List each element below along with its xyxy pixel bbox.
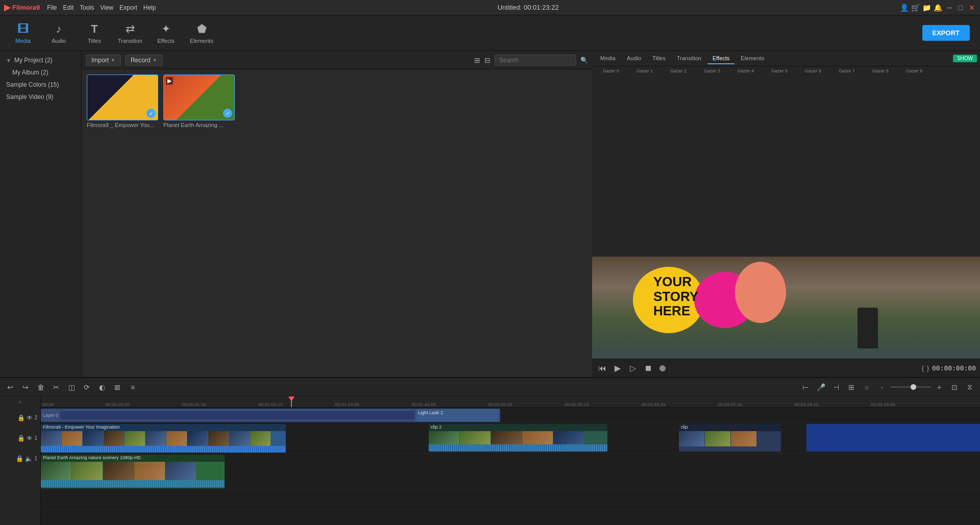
overlay-clip-label: Layer 0 [43, 413, 58, 418]
playhead[interactable] [291, 396, 292, 407]
delete-button[interactable]: 🗑 [35, 381, 47, 393]
trim-button[interactable]: ◫ [65, 381, 78, 393]
export-button[interactable]: EXPORT [922, 25, 970, 41]
timeline-content: + 🔒 👁 2 🔒 👁 1 🔒 🔈 1 [0, 396, 980, 525]
mic-button[interactable]: 🎤 [815, 381, 827, 393]
toolbar-effects[interactable]: ✦ Effects [148, 18, 184, 48]
video-clip-1[interactable]: Filmora9 - Empower Your Imagination [41, 424, 286, 453]
tab-transition[interactable]: Transition [672, 53, 706, 64]
ct3-3 [731, 431, 756, 446]
timeline-area: ↩ ↪ 🗑 ✂ ◫ ⟳ ◐ ⊠ ≡ ⊢ 🎤 ⊣ ⊞ ○ - + ⊡ ⧖ + [0, 377, 980, 525]
minimize-button[interactable]: ─ [945, 4, 953, 12]
sidebar-item-my-project[interactable]: ▼ My Project (2) [0, 54, 81, 66]
search-input[interactable] [495, 55, 576, 66]
video-clip-2[interactable]: clip 2 [429, 424, 607, 452]
video-clip-3[interactable]: clip [679, 424, 781, 452]
toolbar-titles[interactable]: T Titles [77, 18, 112, 48]
close-button[interactable]: ✕ [968, 4, 976, 12]
tab-effects[interactable]: Effects [707, 53, 734, 64]
more-button[interactable]: ≡ [127, 381, 139, 393]
toolbar-elements[interactable]: ⬟ Elements [184, 18, 219, 48]
video-clip-4[interactable] [806, 424, 980, 452]
thumb-3 [83, 431, 103, 446]
crop-button[interactable]: ⊠ [111, 381, 124, 393]
toolbar-media[interactable]: 🎞 Media [5, 18, 41, 48]
add-marker-button[interactable]: ⧖ [964, 381, 976, 393]
maximize-button[interactable]: □ [957, 4, 965, 12]
import-button[interactable]: Import ▼ [86, 55, 121, 66]
track1-lock-icon[interactable]: 🔒 [17, 435, 25, 442]
stop-button[interactable]: ⏹ [642, 362, 654, 374]
right-panel: Media Audio Titles Transition Effects El… [592, 51, 980, 377]
toolbar-transition[interactable]: ⇄ Transition [112, 18, 148, 48]
snap-icon-right[interactable]: } [927, 365, 929, 372]
snap-button[interactable]: ⊢ [799, 381, 812, 393]
media-item-1[interactable]: ✓ Filmora9 _ Empower You... [87, 74, 158, 128]
speed-button[interactable]: ⟳ [81, 381, 93, 393]
zoom-in-button[interactable]: + [933, 381, 945, 393]
video-clip-v2[interactable]: Planet Earth Amazing nature scenery 1080… [41, 455, 225, 488]
grid-icon[interactable]: ⊟ [484, 56, 491, 64]
audio1-lock-icon[interactable]: 🔒 [16, 455, 23, 462]
ruler-mark-7: 00:02:25:23 [565, 402, 589, 407]
ruler-mark-0: 00:00:00:00 [41, 402, 54, 407]
track1-eye-icon[interactable]: 👁 [27, 435, 33, 442]
preview-text-overlay: YOUR STORY HERE [653, 274, 698, 318]
thumb-7 [166, 431, 187, 446]
track2-lock-icon[interactable]: 🔒 [17, 414, 25, 421]
preview-area: YOUR STORY HERE [592, 257, 980, 359]
filter-icon[interactable]: ⊞ [474, 56, 480, 64]
menu-view[interactable]: View [100, 4, 113, 11]
sidebar-item-sample-video[interactable]: Sample Video (9) [0, 91, 81, 103]
preview-text-line1: YOUR [653, 274, 698, 289]
play-button[interactable]: ▶ [611, 362, 624, 374]
fit-button[interactable]: ⊡ [948, 381, 961, 393]
bell-icon[interactable]: 🔔 [934, 4, 942, 12]
menu-edit[interactable]: Edit [63, 4, 74, 11]
menu-export[interactable]: Export [119, 4, 137, 11]
ct-5 [553, 431, 584, 444]
loop-indicator [659, 365, 666, 371]
effects-tabs: Media Audio Titles Transition Effects El… [592, 51, 980, 66]
menu-tools[interactable]: Tools [80, 4, 94, 11]
audio1-mute-icon[interactable]: 🔈 [25, 455, 33, 462]
account-icon[interactable]: 👤 [900, 4, 909, 12]
zoom-slider[interactable] [890, 386, 931, 388]
track2-eye-icon[interactable]: 👁 [27, 414, 33, 421]
undo-button[interactable]: ↩ [4, 381, 16, 393]
media-item-2[interactable]: ▶ ✓ Planet Earth Amazing ... [163, 74, 235, 128]
tab-elements[interactable]: Elements [736, 53, 769, 64]
skip-back-button[interactable]: ⏮ [596, 362, 608, 374]
titles-label: Titles [88, 38, 101, 44]
cut-button[interactable]: ✂ [50, 381, 62, 393]
clip1-thumbs [41, 431, 286, 446]
show-button[interactable]: SHOW [953, 55, 977, 62]
search-icon[interactable]: 🔍 [580, 57, 588, 64]
select-check-1: ✓ [146, 109, 156, 118]
media-label-2: Planet Earth Amazing ... [163, 122, 235, 128]
record-button[interactable]: Record ▼ [125, 55, 163, 66]
scene-button[interactable]: ⊞ [845, 381, 857, 393]
split-button[interactable]: ⊣ [830, 381, 842, 393]
folder-icon[interactable]: 📁 [923, 4, 931, 12]
toolbar-audio[interactable]: ♪ Audio [41, 18, 77, 48]
menu-file[interactable]: File [47, 4, 57, 11]
ruler-mark-10: 00:03:28:12 [794, 402, 819, 407]
sidebar-item-my-album[interactable]: My Album (2) [0, 66, 81, 79]
thumb-6 [145, 431, 166, 446]
tab-media[interactable]: Media [595, 53, 621, 64]
snap-icon[interactable]: { [922, 365, 924, 372]
tab-audio[interactable]: Audio [622, 53, 646, 64]
media-grid: ✓ Filmora9 _ Empower You... ▶ ✓ Planet E… [82, 69, 592, 377]
redo-button[interactable]: ↪ [19, 381, 32, 393]
play-alt-button[interactable]: ▷ [627, 362, 639, 374]
zoom-out-button[interactable]: - [876, 381, 888, 393]
add-track-button[interactable]: + [18, 399, 21, 405]
color-button[interactable]: ◐ [96, 381, 108, 393]
menu-help[interactable]: Help [143, 4, 156, 11]
audio1-label: 1 [34, 456, 37, 461]
motion-button[interactable]: ○ [861, 381, 873, 393]
sidebar-item-sample-colors[interactable]: Sample Colors (15) [0, 79, 81, 91]
cart-icon[interactable]: 🛒 [912, 4, 920, 12]
tab-titles[interactable]: Titles [647, 53, 671, 64]
